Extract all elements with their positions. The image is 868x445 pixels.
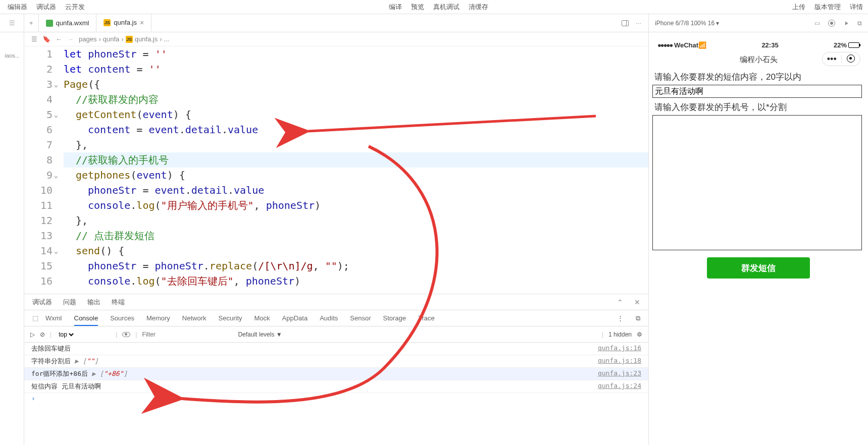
js-file-icon: JS	[104, 19, 111, 26]
phone-frame: ●●●●● WeChat📶 22:35 22% 编程小石头 ••• 请输入你要群…	[652, 39, 864, 445]
wxml-file-icon	[46, 20, 53, 27]
code-editor[interactable]: 12345678910111213141516 ⌄⌄⌄⌄ let phoneSt…	[24, 46, 648, 294]
phones-label: 请输入你要群发的手机号，以*分割	[652, 101, 864, 114]
fold-toggle	[52, 92, 61, 107]
outline-icon[interactable]: ☰	[31, 35, 37, 43]
devtab-sources[interactable]: Sources	[110, 314, 134, 322]
panel-tab-终端[interactable]: 终端	[112, 298, 125, 307]
fold-toggle	[52, 183, 61, 198]
console-log-row[interactable]: 字符串分割后 ▶ [""]qunfa.js:18	[24, 355, 648, 368]
console-settings-icon[interactable]: ⚙	[637, 331, 642, 338]
panel-tab-输出[interactable]: 输出	[87, 298, 100, 307]
device-select[interactable]: iPhone 6/7/8 100% 16 ▾	[655, 20, 719, 27]
devtab-audits[interactable]: Audits	[320, 314, 338, 322]
fold-toggle[interactable]: ⌄	[52, 243, 61, 258]
nav-back-icon[interactable]: ←	[56, 35, 62, 43]
devtab-storage[interactable]: Storage	[383, 314, 406, 322]
fold-toggle[interactable]: ⌄	[52, 107, 61, 122]
inspect-icon[interactable]: ⬚	[32, 314, 38, 322]
fold-toggle	[52, 62, 61, 77]
project-tree-hint: iaos...	[0, 32, 24, 59]
phones-textarea[interactable]	[652, 115, 862, 250]
menu-编辑器[interactable]: 编辑器	[8, 3, 27, 12]
menu-调试器[interactable]: 调试器	[36, 3, 56, 12]
console-play-icon[interactable]: ▷	[30, 331, 35, 338]
console-scope-select[interactable]: top	[57, 330, 75, 339]
devtab-memory[interactable]: Memory	[146, 314, 170, 322]
battery-pct: 22%	[834, 41, 847, 49]
panel-close-icon[interactable]: ✕	[634, 298, 640, 306]
editor-more-icon[interactable]: ···	[636, 19, 641, 27]
fold-toggle	[52, 122, 61, 137]
console-filter-input[interactable]	[142, 331, 233, 338]
fold-toggle[interactable]: ⌄	[52, 168, 61, 183]
menu-真机调试[interactable]: 真机调试	[433, 3, 459, 12]
devtab-mock[interactable]: Mock	[254, 314, 270, 322]
menu-云开发[interactable]: 云开发	[65, 3, 85, 12]
fold-toggle	[52, 213, 61, 228]
fold-toggle[interactable]: ⌄	[52, 77, 61, 92]
battery-icon	[848, 42, 859, 48]
devtools-dock-icon[interactable]: ⧉	[636, 314, 640, 322]
log-source-link[interactable]: qunfa.js:23	[598, 369, 641, 378]
menu-预览[interactable]: 预览	[411, 3, 424, 12]
devtab-appdata[interactable]: AppData	[282, 314, 308, 322]
explorer-toggle-icon[interactable]: ☰	[0, 14, 24, 32]
fold-toggle	[52, 46, 61, 62]
js-file-icon: JS	[126, 36, 133, 43]
mute-icon[interactable]: 🕨	[843, 20, 849, 27]
menu-清缓存[interactable]: 清缓存	[469, 3, 488, 12]
signal-icon: ●●●●●	[657, 41, 672, 49]
send-button[interactable]: 群发短信	[707, 257, 810, 279]
fold-toggle	[52, 273, 61, 289]
console-toolbar: ▷ ⊘ | top | | Default levels ▼ | 1 hidde…	[24, 326, 648, 343]
panel-tab-调试器[interactable]: 调试器	[32, 298, 52, 307]
devtab-trace[interactable]: Trace	[418, 314, 435, 322]
console-log-row[interactable]: for循环添加+86后 ▶ ["+86"]qunfa.js:23	[24, 368, 648, 380]
menu-编译[interactable]: 编译	[389, 3, 402, 12]
log-source-link[interactable]: qunfa.js:16	[598, 344, 641, 353]
app-menubar: 编辑器调试器云开发 编译预览真机调试清缓存 上传版本管理详情	[0, 0, 868, 14]
log-source-link[interactable]: qunfa.js:18	[598, 357, 641, 366]
menu-详情[interactable]: 详情	[850, 3, 863, 12]
fold-toggle	[52, 228, 61, 243]
record-icon[interactable]	[828, 20, 835, 27]
hidden-count[interactable]: 1 hidden	[608, 331, 632, 338]
capsule-close-icon[interactable]	[842, 54, 860, 64]
editor-tabs: + qunfa.wxml JS qunfa.js × ···	[24, 14, 648, 32]
devtab-network[interactable]: Network	[182, 314, 207, 322]
content-label: 请输入你要群发的短信内容，20字以内	[652, 71, 864, 84]
eye-icon[interactable]	[122, 332, 130, 337]
console-clear-icon[interactable]: ⊘	[40, 331, 45, 338]
split-editor-icon[interactable]	[622, 20, 629, 26]
wifi-icon: 📶	[698, 41, 706, 49]
console-prompt[interactable]: ›	[24, 393, 648, 404]
bottom-panel: 调试器问题输出终端 ⌃ ✕ ⬚ WxmlConsoleSourcesMemory…	[24, 294, 648, 445]
console-log-row[interactable]: 去除回车键后 qunfa.js:16	[24, 343, 648, 355]
panel-tab-问题[interactable]: 问题	[63, 298, 76, 307]
menu-版本管理[interactable]: 版本管理	[814, 3, 841, 12]
menu-上传[interactable]: 上传	[792, 3, 805, 12]
fold-toggle	[52, 258, 61, 273]
close-tab-icon[interactable]: ×	[140, 19, 144, 27]
devtab-wxml[interactable]: Wxml	[45, 314, 62, 322]
console-log-row[interactable]: 短信内容 元旦有活动啊 qunfa.js:24	[24, 380, 648, 393]
capsule-menu-icon[interactable]: •••	[823, 56, 841, 62]
panel-up-icon[interactable]: ⌃	[617, 298, 623, 306]
devtools-more-icon[interactable]: ⋮	[617, 314, 624, 322]
detach-icon[interactable]: ⧉	[857, 20, 862, 27]
nav-forward-icon[interactable]: →	[67, 35, 74, 43]
new-tab-button[interactable]: +	[24, 14, 39, 32]
status-time: 22:35	[761, 41, 778, 49]
tab-qunfa-js[interactable]: JS qunfa.js ×	[96, 14, 151, 32]
content-input[interactable]	[652, 85, 862, 98]
devtab-sensor[interactable]: Sensor	[350, 314, 371, 322]
rotate-device-icon[interactable]: ▭	[814, 20, 820, 27]
devtab-security[interactable]: Security	[219, 314, 242, 322]
console-levels-select[interactable]: Default levels ▼	[238, 331, 282, 338]
devtab-console[interactable]: Console	[74, 314, 98, 326]
bookmark-icon[interactable]: 🔖	[42, 35, 50, 43]
capsule-button[interactable]: •••	[822, 52, 860, 66]
tab-qunfa-wxml[interactable]: qunfa.wxml	[39, 14, 97, 32]
log-source-link[interactable]: qunfa.js:24	[598, 382, 641, 391]
